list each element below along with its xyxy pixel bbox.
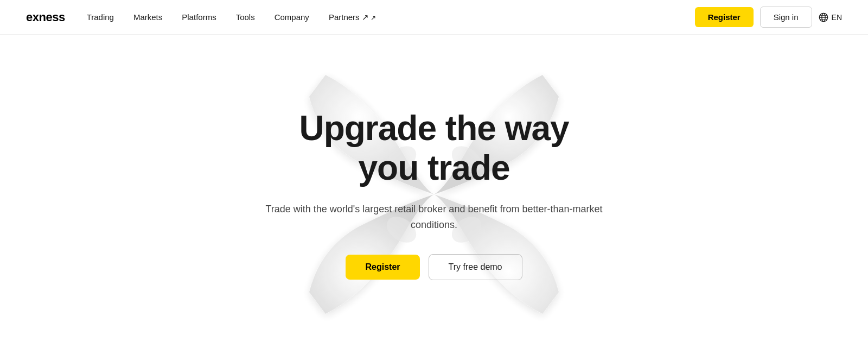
hero-title-line1: Upgrade the way [299,109,569,148]
nav-item-trading[interactable]: Trading [87,12,114,22]
navbar: exness Trading Markets Platforms Tools C… [0,0,868,35]
hero-subtitle: Trade with the world's largest retail br… [244,201,624,233]
globe-icon [819,12,828,22]
nav-right: Register Sign in EN [695,7,842,28]
nav-link-tools[interactable]: Tools [236,12,255,22]
nav-link-company[interactable]: Company [275,12,309,22]
nav-links: Trading Markets Platforms Tools Company … [87,12,376,22]
hero-section: Upgrade the way you trade Trade with the… [0,35,868,354]
hero-title: Upgrade the way you trade [244,109,624,188]
hero-content: Upgrade the way you trade Trade with the… [244,109,624,281]
nav-link-partners[interactable]: Partners ↗ [329,12,376,22]
nav-link-platforms[interactable]: Platforms [182,12,216,22]
nav-item-partners[interactable]: Partners ↗ [329,12,376,22]
nav-item-markets[interactable]: Markets [133,12,162,22]
nav-item-tools[interactable]: Tools [236,12,255,22]
nav-item-company[interactable]: Company [275,12,309,22]
lang-label: EN [832,13,842,22]
hero-buttons: Register Try free demo [244,254,624,280]
hero-title-line2: you trade [358,148,509,187]
hero-demo-button[interactable]: Try free demo [429,254,522,280]
hero-register-button[interactable]: Register [346,255,419,280]
logo: exness [26,10,65,24]
signin-button[interactable]: Sign in [760,7,812,28]
nav-link-markets[interactable]: Markets [133,12,162,22]
nav-link-trading[interactable]: Trading [87,12,114,22]
language-button[interactable]: EN [819,12,842,22]
nav-item-platforms[interactable]: Platforms [182,12,216,22]
register-button[interactable]: Register [695,7,754,27]
nav-left: exness Trading Markets Platforms Tools C… [26,10,376,24]
